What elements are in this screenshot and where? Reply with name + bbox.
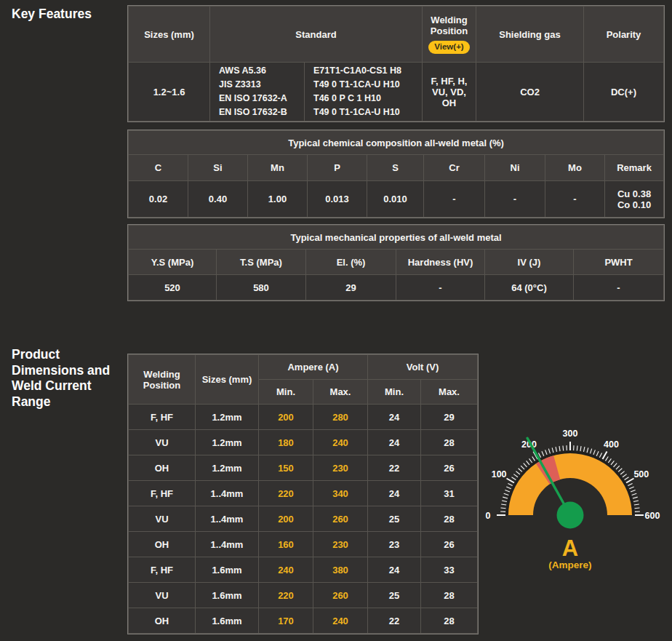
ampere-gauge: A (Ampere) 0100200300400500600 <box>474 419 666 570</box>
col-header-p: P <box>308 155 367 181</box>
section-title-product-dimensions: Product Dimensions and Weld Current Rang… <box>12 347 129 410</box>
col-header-el: El. (%) <box>306 250 396 275</box>
svg-text:500: 500 <box>633 469 649 479</box>
col-header-remark: Remark <box>605 155 664 181</box>
position-cell: OH <box>129 532 196 557</box>
amp-max-cell: 340 <box>313 481 368 506</box>
amp-min-cell: 200 <box>259 506 313 532</box>
polarity-value: DC(+) <box>584 63 664 122</box>
size-cell: 1.2mm <box>196 455 259 481</box>
table-row: VU 1.2mm 180 240 24 28 <box>129 430 478 455</box>
section-title-key-features: Key Features <box>12 7 129 23</box>
col-header-ys: Y.S (MPa) <box>129 250 217 275</box>
table-row: F, HF 1.2mm 200 280 24 29 <box>129 405 478 430</box>
chemical-composition-table: Typical chemical composition all-weld me… <box>128 130 664 218</box>
table-row: F, HF 1.6mm 240 380 24 33 <box>129 557 478 583</box>
c-value: 0.02 <box>129 181 188 218</box>
col-header-volt: Volt (V) <box>368 355 478 380</box>
mechanical-header-row: Y.S (MPa) T.S (MPa) El. (%) Hardness (HV… <box>129 250 664 275</box>
chemical-table-title: Typical chemical composition all-weld me… <box>129 131 664 155</box>
amp-min-cell: 220 <box>259 583 313 608</box>
col-header-pwht: PWHT <box>574 250 664 275</box>
svg-text:0: 0 <box>486 511 491 521</box>
amp-min-cell: 180 <box>259 430 313 455</box>
position-cell: VU <box>129 583 196 608</box>
position-cell: F, HF <box>129 481 196 506</box>
ampere-gauge-svg: A (Ampere) 0100200300400500600 <box>474 419 666 570</box>
col-header-amp-max: Max. <box>313 380 368 405</box>
amp-max-cell: 240 <box>313 430 368 455</box>
volt-max-cell: 31 <box>421 481 478 506</box>
col-header-cr: Cr <box>424 155 485 181</box>
size-cell: 1..4mm <box>196 506 259 532</box>
mechanical-title-row: Typical mechanical properties of all-wel… <box>129 226 664 250</box>
amp-min-cell: 160 <box>259 532 313 557</box>
mo-value: - <box>545 181 605 218</box>
col-header-amp-min: Min. <box>259 380 313 405</box>
current-header-row-1: Welding Position Sizes (mm) Ampere (A) V… <box>129 355 478 380</box>
svg-text:600: 600 <box>645 511 660 521</box>
table-row: OH 1..4mm 160 230 23 26 <box>129 532 478 557</box>
weld-current-table: Welding Position Sizes (mm) Ampere (A) V… <box>128 354 478 634</box>
spec-data-row: 1.2~1.6 AWS A5.36 JIS Z3313 EN ISO 17632… <box>129 63 664 122</box>
mechanical-properties-table: Typical mechanical properties of all-wel… <box>128 225 664 300</box>
volt-max-cell: 33 <box>421 557 478 583</box>
s-value: 0.010 <box>367 181 424 218</box>
mn-value: 1.00 <box>248 181 308 218</box>
col-header-sizes: Sizes (mm) <box>129 7 210 63</box>
svg-text:300: 300 <box>563 429 578 439</box>
col-header-ampere: Ampere (A) <box>259 355 368 380</box>
col-header-ni: Ni <box>485 155 545 181</box>
size-cell: 1..4mm <box>196 481 259 506</box>
chemical-header-row: C Si Mn P S Cr Ni Mo Remark <box>129 155 664 181</box>
gauge-unit-label: (Ampere) <box>548 560 591 570</box>
amp-min-cell: 220 <box>259 481 313 506</box>
chemical-data-row: 0.02 0.40 1.00 0.013 0.010 - - - Cu 0.38… <box>129 181 664 218</box>
remark-value: Cu 0.38 Co 0.10 <box>605 181 664 218</box>
position-cell: VU <box>129 430 196 455</box>
col-header-volt-min: Min. <box>368 380 421 405</box>
spec-table: Sizes (mm) Standard Welding Position Vie… <box>128 6 664 122</box>
amp-max-cell: 230 <box>313 455 368 481</box>
position-cell: OH <box>129 455 196 481</box>
mechanical-table-title: Typical mechanical properties of all-wel… <box>129 226 664 250</box>
amp-min-cell: 240 <box>259 557 313 583</box>
shielding-gas-value: CO2 <box>476 63 584 122</box>
col-header-welding-position: Welding Position <box>129 355 196 405</box>
view-expand-button[interactable]: View(+) <box>428 41 469 55</box>
amp-max-cell: 380 <box>313 557 368 583</box>
p-value: 0.013 <box>308 181 367 218</box>
amp-max-cell: 260 <box>313 506 368 532</box>
volt-min-cell: 24 <box>368 405 421 430</box>
volt-max-cell: 29 <box>421 405 478 430</box>
amp-max-cell: 260 <box>313 583 368 608</box>
col-header-iv: IV (J) <box>485 250 574 275</box>
size-cell: 1.6mm <box>196 583 259 608</box>
volt-max-cell: 28 <box>421 608 478 634</box>
col-header-s: S <box>367 155 424 181</box>
col-header-welding-position: Welding Position View(+) <box>423 7 476 63</box>
volt-max-cell: 26 <box>421 532 478 557</box>
col-header-si: Si <box>188 155 248 181</box>
table-row: VU 1.6mm 220 260 25 28 <box>129 583 478 608</box>
col-header-sizes: Sizes (mm) <box>196 355 259 405</box>
amp-max-cell: 280 <box>313 405 368 430</box>
ts-value: 580 <box>217 275 306 300</box>
col-header-c: C <box>129 155 188 181</box>
volt-max-cell: 26 <box>421 455 478 481</box>
welding-position-label: Welding Position <box>425 15 473 36</box>
col-header-ts: T.S (MPa) <box>217 250 306 275</box>
welding-position-value: F, HF, H, VU, VD, OH <box>423 63 476 122</box>
volt-max-cell: 28 <box>421 430 478 455</box>
table-row: VU 1..4mm 200 260 25 28 <box>129 506 478 532</box>
volt-min-cell: 24 <box>368 481 421 506</box>
chemical-title-row: Typical chemical composition all-weld me… <box>129 131 664 155</box>
sizes-value: 1.2~1.6 <box>129 63 210 122</box>
spec-header-row: Sizes (mm) Standard Welding Position Vie… <box>129 7 664 63</box>
svg-text:400: 400 <box>604 439 619 450</box>
size-cell: 1.6mm <box>196 557 259 583</box>
amp-min-cell: 170 <box>259 608 313 634</box>
position-cell: F, HF <box>129 405 196 430</box>
standard-list-2: E71T1-C1A0-CS1 H8 T49 0 T1-1CA-U H10 T46… <box>305 63 423 122</box>
el-value: 29 <box>306 275 396 300</box>
